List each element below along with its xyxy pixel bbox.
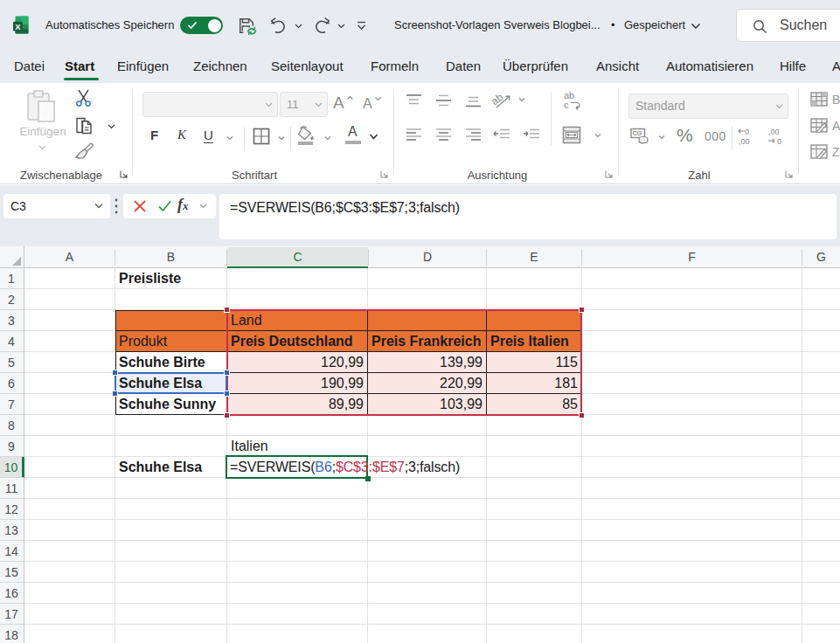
svg-text:,00: ,00 <box>739 137 750 146</box>
svg-text:0: 0 <box>745 128 749 136</box>
svg-text:c: c <box>564 100 569 110</box>
svg-text:X: X <box>15 22 21 31</box>
svg-text:,00: ,00 <box>768 128 780 136</box>
svg-text:0: 0 <box>777 137 781 146</box>
svg-text:CG: CG <box>633 130 642 136</box>
